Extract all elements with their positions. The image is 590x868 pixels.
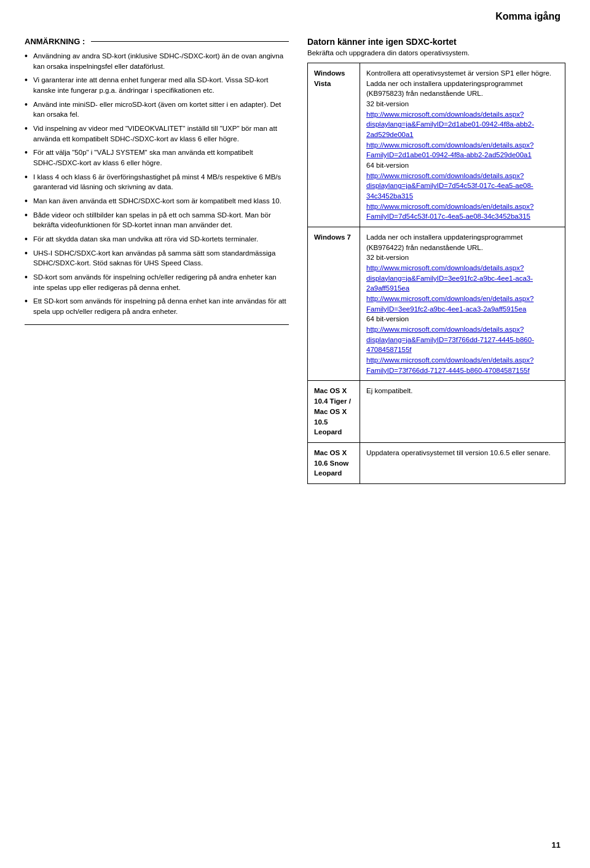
table-row-1: Windows 7Ladda ner och installera uppdat… (308, 227, 565, 381)
content-link-1-3[interactable]: http://www.microsoft.com/downloads/en/de… (366, 295, 533, 313)
bullet-item-7: Både videor och stillbilder kan spelas i… (25, 210, 289, 230)
content-text-1-0: Ladda ner och installera uppdateringspro… (366, 233, 522, 251)
page-number: 11 (552, 840, 560, 850)
page-container: Komma igång ANMÄRKNING : Användning av a… (0, 0, 590, 868)
os-cell-3: Mac OS X 10.6 Snow Leopard (308, 442, 360, 483)
bullet-list: Användning av andra SD-kort (inklusive S… (25, 51, 289, 317)
bullet-item-1: Vi garanterar inte att denna enhet funge… (25, 75, 289, 95)
table-row-2: Mac OS X 10.4 Tiger / Mac OS X 10.5 Leop… (308, 381, 565, 442)
content-cell-0: Kontrollera att operativsystemet är vers… (360, 63, 565, 227)
bullet-item-10: SD-kort som används för inspelning och/e… (25, 272, 289, 292)
content-cell-3: Uppdatera operativsystemet till version … (360, 442, 565, 483)
content-link-1-2[interactable]: http://www.microsoft.com/downloads/detai… (366, 264, 533, 292)
bullet-item-8: För att skydda datan ska man undvika att… (25, 234, 289, 244)
bullet-item-3: Vid inspelning av videor med "VIDEOKVALI… (25, 123, 289, 144)
os-cell-0: Windows Vista (308, 63, 360, 227)
bullet-item-9: UHS-I SDHC/SDXC-kort kan användas på sam… (25, 248, 289, 268)
bullet-item-11: Ett SD-kort som används för inspelning p… (25, 296, 289, 316)
content-text-1-1: 32 bit-version (366, 254, 409, 261)
right-subtitle: Bekräfta och uppgradera din dators opera… (307, 49, 565, 57)
content-cell-2: Ej kompatibelt. (360, 381, 565, 442)
content-text-0-1: Ladda ner och installera uppdateringspro… (366, 80, 522, 98)
content-cell-1: Ladda ner och installera uppdateringspro… (360, 227, 565, 381)
content-link-0-3[interactable]: http://www.microsoft.com/downloads/detai… (366, 111, 534, 138)
content-link-0-6[interactable]: http://www.microsoft.com/downloads/detai… (366, 172, 533, 200)
bullet-item-5: I klass 4 och klass 6 är överföringshast… (25, 172, 289, 192)
anmarkning-title: ANMÄRKNING : (25, 37, 289, 46)
right-section-title: Datorn känner inte igen SDXC-kortet (307, 37, 565, 47)
os-cell-1: Windows 7 (308, 227, 360, 381)
content-link-0-7[interactable]: http://www.microsoft.com/downloads/en/de… (366, 203, 533, 221)
bullet-item-0: Användning av andra SD-kort (inklusive S… (25, 51, 289, 71)
content-wrapper: ANMÄRKNING : Användning av andra SD-kort… (25, 37, 565, 484)
content-link-1-6[interactable]: http://www.microsoft.com/downloads/en/de… (366, 356, 533, 374)
page-title: Komma igång (495, 11, 560, 22)
content-text-3-0: Uppdatera operativsystemet till version … (366, 449, 551, 456)
content-link-1-5[interactable]: http://www.microsoft.com/downloads/detai… (366, 326, 534, 353)
os-cell-2: Mac OS X 10.4 Tiger / Mac OS X 10.5 Leop… (308, 381, 360, 442)
right-column: Datorn känner inte igen SDXC-kortet Bekr… (307, 37, 565, 484)
bullet-item-4: För att välja "50p" i "VÄLJ SYSTEM" ska … (25, 147, 289, 168)
table-row-0: Windows VistaKontrollera att operativsys… (308, 63, 565, 227)
content-text-0-5: 64 bit-version (366, 162, 409, 169)
table-row-3: Mac OS X 10.6 Snow LeopardUppdatera oper… (308, 442, 565, 483)
content-text-0-2: 32 bit-version (366, 100, 409, 108)
content-text-2-0: Ej kompatibelt. (366, 387, 412, 394)
bullet-item-2: Använd inte miniSD- eller microSD-kort (… (25, 100, 289, 120)
compat-table: Windows VistaKontrollera att operativsys… (307, 63, 565, 484)
divider-line (25, 324, 289, 325)
content-link-0-4[interactable]: http://www.microsoft.com/downloads/en/de… (366, 141, 533, 159)
content-text-1-4: 64 bit-version (366, 315, 409, 323)
bullet-item-6: Man kan även använda ett SDHC/SDXC-kort … (25, 196, 289, 206)
content-text-0-0: Kontrollera att operativsystemet är vers… (366, 69, 551, 77)
left-column: ANMÄRKNING : Användning av andra SD-kort… (25, 37, 289, 484)
